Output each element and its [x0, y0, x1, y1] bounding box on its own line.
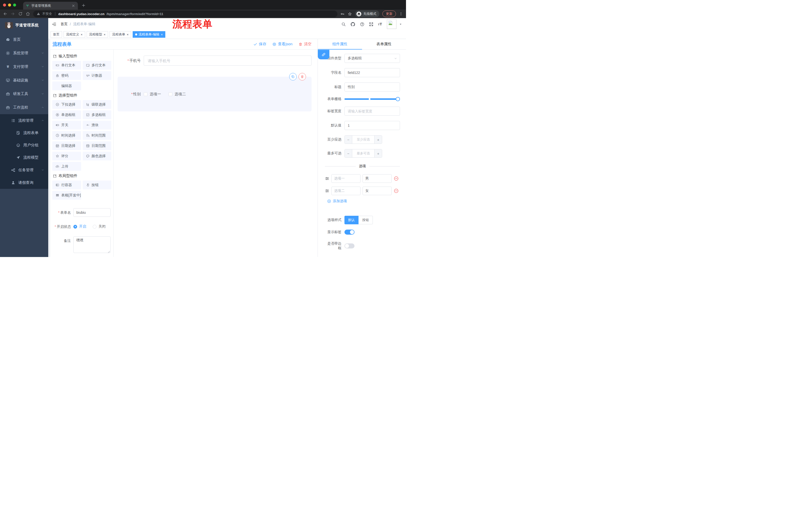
component-item[interactable]: 按钮 — [83, 181, 112, 189]
remove-option-icon[interactable] — [394, 176, 399, 181]
caret-down-icon[interactable] — [399, 23, 402, 26]
field-name-input[interactable] — [344, 68, 400, 77]
browser-menu-icon[interactable] — [399, 12, 403, 16]
toggle-switch[interactable] — [344, 229, 354, 235]
component-item[interactable]: 日期选择 — [52, 141, 81, 150]
increase-button[interactable]: + — [374, 150, 382, 157]
help-icon[interactable] — [360, 22, 365, 27]
toggle-switch[interactable] — [344, 243, 354, 248]
component-item[interactable]: 多行文本 — [83, 61, 112, 70]
tab-close-icon[interactable]: × — [104, 33, 106, 36]
tab-close-icon[interactable]: × — [161, 33, 163, 36]
sidebar-subitem[interactable]: 流程管理 — [0, 114, 48, 127]
browser-tab[interactable]: 芋道管理系统 — [23, 2, 78, 9]
title-input[interactable] — [344, 82, 400, 91]
tab-form-props[interactable]: 表单属性 — [362, 39, 406, 49]
github-icon[interactable] — [350, 22, 355, 27]
label-width-input[interactable] — [344, 107, 400, 116]
view-tab[interactable]: 流程表单 × — [110, 31, 131, 38]
view-json-button[interactable]: 查看json — [272, 42, 292, 47]
back-icon[interactable] — [3, 11, 7, 16]
view-tab[interactable]: 流程模型 × — [87, 31, 108, 38]
checkbox-option[interactable]: 选项一 — [144, 92, 161, 97]
component-item[interactable]: 编辑器 — [52, 81, 81, 90]
sidebar-item[interactable]: ¥ 支付管理 — [0, 60, 48, 74]
bookmark-star-icon[interactable] — [348, 12, 352, 16]
font-size-icon[interactable]: TT — [378, 22, 383, 27]
sidebar-subitem[interactable]: 流程模型 — [0, 152, 48, 164]
new-tab-button[interactable] — [81, 3, 86, 7]
search-icon[interactable] — [341, 22, 346, 27]
app-logo[interactable]: 芋道管理系统 — [0, 18, 48, 30]
tab-close-icon[interactable] — [71, 4, 76, 8]
component-item[interactable]: 级联选择 — [83, 100, 112, 109]
tab-component-props[interactable]: 组件属性 — [318, 39, 362, 49]
component-type-select[interactable]: 多选框组 — [344, 54, 400, 63]
forward-icon[interactable] — [10, 11, 15, 16]
slider-handle[interactable] — [396, 97, 400, 101]
view-tab[interactable]: 流程表单-编辑 × — [133, 31, 165, 38]
drag-handle-icon[interactable] — [325, 189, 329, 193]
component-item[interactable]: 下拉选择 — [52, 100, 81, 109]
component-item[interactable]: 时间选择 — [52, 131, 81, 140]
close-window-button[interactable] — [3, 3, 6, 6]
link-tag[interactable] — [318, 50, 329, 59]
default-value-input[interactable] — [344, 121, 400, 130]
status-off-radio[interactable]: 关闭 — [93, 224, 106, 229]
sidebar-item[interactable]: 基础设施 — [0, 74, 48, 87]
password-key-icon[interactable] — [341, 12, 345, 16]
tab-close-icon[interactable]: × — [127, 33, 128, 36]
checkbox-icon[interactable] — [169, 92, 172, 96]
sidebar-subitem[interactable]: 用户分组 — [0, 139, 48, 152]
view-tab[interactable]: 流程定义 × — [63, 31, 85, 38]
window-controls[interactable] — [0, 3, 20, 9]
warning-icon[interactable] — [37, 12, 40, 16]
save-button[interactable]: 保存 — [253, 42, 266, 47]
component-item[interactable]: 日期范围 — [83, 141, 112, 150]
component-item[interactable]: 滑块 — [83, 121, 112, 130]
component-item[interactable]: 开关 — [52, 121, 81, 130]
breadcrumb-home[interactable]: 首页 — [61, 22, 67, 26]
component-item[interactable]: 表格[开发中] — [52, 191, 81, 200]
option-label-input[interactable] — [331, 187, 360, 195]
phone-input[interactable] — [144, 56, 312, 65]
grid-slider[interactable] — [344, 98, 398, 100]
zoom-window-button[interactable] — [13, 3, 16, 6]
minimize-window-button[interactable] — [8, 3, 11, 6]
decrease-button[interactable]: − — [345, 136, 352, 143]
decrease-button[interactable]: − — [345, 150, 352, 157]
component-item[interactable]: 单选框组 — [52, 110, 81, 119]
update-button[interactable]: 更新 — [382, 10, 396, 17]
sidebar-item[interactable]: 研发工具 — [0, 87, 48, 101]
drag-handle-icon[interactable] — [325, 176, 329, 181]
option-value-input[interactable] — [362, 174, 392, 183]
component-item[interactable]: 颜色选择 — [83, 152, 112, 160]
sidebar-subitem[interactable]: 请假查询 — [0, 176, 48, 189]
component-item[interactable]: 单行文本 — [52, 61, 81, 70]
sidebar-item[interactable]: 首页 — [0, 33, 48, 46]
view-tab[interactable]: 首页 — [51, 31, 62, 38]
style-button-button[interactable]: 按钮 — [358, 216, 373, 224]
form-name-input[interactable] — [74, 208, 111, 217]
increase-button[interactable]: + — [374, 136, 382, 143]
address-bar[interactable]: 不安全 dashboard.yudao.iocoder.cn/bpm/manag… — [33, 10, 338, 17]
component-item[interactable]: 多选框组 — [83, 110, 112, 119]
sidebar-subitem[interactable]: 流程表单 — [0, 127, 48, 139]
remove-option-icon[interactable] — [394, 188, 399, 193]
checkbox-option[interactable]: 选项二 — [169, 92, 186, 97]
min-stepper-placeholder[interactable]: 至少应选 — [352, 136, 374, 143]
sidebar-toggle-icon[interactable] — [52, 22, 57, 27]
sidebar-item[interactable]: 工作流程 — [0, 101, 48, 114]
delete-component-button[interactable] — [298, 73, 306, 80]
component-item[interactable]: 密码 — [52, 71, 81, 80]
reload-icon[interactable] — [18, 11, 23, 16]
fullscreen-icon[interactable] — [369, 22, 374, 27]
add-option-button[interactable]: 添加选项 — [327, 199, 400, 204]
form-canvas[interactable]: *手机号 *性别 选项一选项二 — [114, 50, 318, 257]
option-value-input[interactable] — [362, 187, 392, 195]
home-icon[interactable] — [26, 11, 30, 16]
component-item[interactable]: 时间范围 — [83, 131, 112, 140]
tab-close-icon[interactable]: × — [81, 33, 83, 36]
status-on-radio[interactable]: 开启 — [74, 224, 86, 229]
avatar[interactable] — [387, 19, 397, 29]
